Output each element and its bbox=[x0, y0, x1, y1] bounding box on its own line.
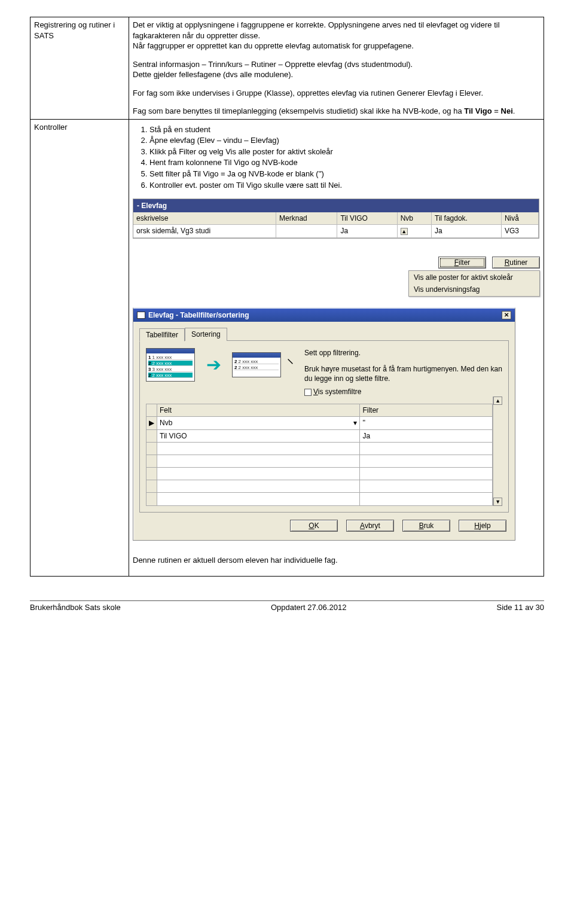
scroll-down-icon[interactable]: ▼ bbox=[493, 498, 502, 506]
filter-button[interactable]: Filter bbox=[438, 257, 486, 269]
help-title: Sett opp filtrering. bbox=[304, 348, 502, 358]
close-icon[interactable]: ✕ bbox=[502, 311, 511, 319]
menu-item-all-posts[interactable]: Vis alle poster for aktivt skoleår bbox=[409, 272, 539, 283]
filter-grid: Felt Filter ▶ Nvb ▾ '' Til VIGO bbox=[146, 404, 493, 506]
grid-rowmark-header bbox=[146, 404, 157, 417]
filter-menu[interactable]: Vis alle poster for aktivt skoleår Vis u… bbox=[408, 270, 540, 297]
footer-center: Oppdatert 27.06.2012 bbox=[271, 603, 347, 612]
row1-p1: Det er viktig at opplysningene i faggrup… bbox=[133, 20, 540, 41]
row1-p5d: Nei bbox=[501, 106, 513, 115]
filter-illustration-right: 22 xxx xxx 22 xxx xxx bbox=[232, 352, 281, 377]
step-2: Åpne elevfag (Elev – vindu – Elevfag) bbox=[149, 135, 540, 146]
col-tilfagdok[interactable]: Til fagdok. bbox=[432, 212, 502, 225]
grid-row-empty-5[interactable] bbox=[146, 493, 493, 505]
screenshot-tabellfilter-dialog: Elevfag - Tabellfilter/sortering ✕ Tabel… bbox=[133, 307, 515, 541]
grid-row-empty-2[interactable] bbox=[146, 455, 493, 467]
col-eskrivelse[interactable]: eskrivelse bbox=[133, 212, 276, 225]
dialog-title: Elevfag - Tabellfilter/sortering bbox=[148, 310, 249, 320]
grid-col-felt[interactable]: Felt bbox=[157, 404, 360, 417]
menu-item-undervisningsfag[interactable]: Vis undervisningsfag bbox=[409, 283, 539, 295]
help-paragraph: Bruk høyre musetast for å få fram hurtig… bbox=[304, 364, 502, 383]
step-5: Sett filter på Til Vigo = Ja og NVB-kode… bbox=[149, 169, 540, 179]
rutiner-button[interactable]: Rutiner bbox=[492, 257, 540, 269]
magnify-icon: ⸜ bbox=[287, 348, 294, 366]
cell-eskrivelse[interactable]: orsk sidemål, Vg3 studi bbox=[133, 225, 276, 237]
col-tilvigo[interactable]: Til VIGO bbox=[337, 212, 397, 225]
row1-p4: For fag som ikke undervises i Gruppe (Kl… bbox=[133, 88, 540, 99]
step-1: Stå på en student bbox=[149, 124, 540, 135]
grid-row-2[interactable]: Til VIGO Ja bbox=[146, 429, 493, 442]
cell-filter-1[interactable]: '' bbox=[360, 417, 493, 429]
arrow-icon: ➔ bbox=[199, 353, 228, 377]
row1-content: Det er viktig at opplysningene i faggrup… bbox=[129, 17, 544, 120]
cell-felt-1[interactable]: Nvb bbox=[160, 419, 172, 427]
cell-merknad[interactable] bbox=[276, 225, 337, 237]
page-footer: Brukerhåndbok Sats skole Oppdatert 27.06… bbox=[30, 600, 544, 612]
grid-row-empty-4[interactable] bbox=[146, 480, 493, 493]
dropdown-arrow-icon[interactable]: ▲ bbox=[401, 228, 408, 235]
row1-p5b: Til Vigo bbox=[464, 106, 491, 115]
col-nvb[interactable]: Nvb bbox=[397, 212, 431, 225]
row1-p5e: . bbox=[513, 106, 515, 115]
step-6: Kontroller evt. poster om Til Vigo skull… bbox=[149, 180, 540, 191]
row1-p5c: = bbox=[492, 106, 501, 115]
col-merknad[interactable]: Merknad bbox=[276, 212, 337, 225]
row2-content: Stå på en student Åpne elevfag (Elev – v… bbox=[129, 119, 544, 576]
tab-tabellfilter[interactable]: Tabellfilter bbox=[139, 328, 185, 341]
elevfag-titlebar: - Elevfag bbox=[133, 199, 539, 212]
cell-nvb[interactable]: ▲ bbox=[397, 225, 431, 237]
tabpanel-filter: 11 xxx xxx 22 xxx xxx 33 xxx xxx 22 xxx … bbox=[139, 340, 509, 512]
screenshot-filter-popup: Filter Rutiner Vis alle poster for aktiv… bbox=[373, 257, 540, 297]
cell-felt-2[interactable]: Til VIGO bbox=[157, 429, 360, 442]
document-table: Registrering og rutiner i SATS Det er vi… bbox=[30, 17, 544, 577]
row1-p5: Fag som bare benyttes til timeplanleggin… bbox=[133, 106, 540, 117]
apply-button[interactable]: Bruk bbox=[402, 520, 450, 532]
filter-illustration-left: 11 xxx xxx 22 xxx xxx 33 xxx xxx 22 xxx … bbox=[146, 348, 195, 382]
cell-niva[interactable]: VG3 bbox=[501, 225, 538, 237]
step-4: Hent fram kolonnene Til Vigo og NVB-kode bbox=[149, 157, 540, 168]
footer-right: Side 11 av 30 bbox=[496, 603, 544, 612]
screenshot-elevfag-grid: - Elevfag eskrivelse Merknad Til VIGO Nv… bbox=[133, 199, 539, 239]
vis-systemfiltre-checkbox[interactable] bbox=[304, 389, 312, 396]
step-3: Klikk på Filter og velg Vis alle poster … bbox=[149, 147, 540, 157]
grid-row-empty-1[interactable] bbox=[146, 442, 493, 455]
help-button[interactable]: Hjelp bbox=[459, 520, 506, 532]
row1-label: Registrering og rutiner i SATS bbox=[30, 17, 129, 120]
grid-scrollbar[interactable]: ▲ ▼ bbox=[493, 397, 502, 506]
grid-col-filter[interactable]: Filter bbox=[360, 404, 493, 417]
col-niva[interactable]: Nivå bbox=[501, 212, 538, 225]
steps-list: Stå på en student Åpne elevfag (Elev – v… bbox=[145, 124, 540, 190]
vis-systemfiltre-label: Vis systemfiltre bbox=[313, 388, 361, 396]
dialog-help-text: Sett opp filtrering. Bruk høyre musetast… bbox=[304, 348, 502, 397]
tab-sortering[interactable]: Sortering bbox=[185, 328, 227, 341]
dialog-tabs: Tabellfilter Sortering bbox=[139, 328, 509, 341]
cell-tilvigo[interactable]: Ja bbox=[337, 225, 397, 237]
window-icon bbox=[137, 312, 145, 319]
row1-p5a: Fag som bare benyttes til timeplanleggin… bbox=[133, 106, 464, 115]
row1-p3a: Sentral informasjon – Trinn/kurs – Rutin… bbox=[133, 59, 540, 70]
cell-filter-2[interactable]: Ja bbox=[360, 429, 493, 442]
row-marker-icon: ▶ bbox=[146, 417, 157, 429]
row1-p2: Når faggrupper er opprettet kan du oppre… bbox=[133, 41, 540, 51]
grid-row-1[interactable]: ▶ Nvb ▾ '' bbox=[146, 417, 493, 429]
cancel-button[interactable]: Avbryt bbox=[346, 520, 394, 532]
row1-p3b: Dette gjelder fellesfagene (dvs alle mod… bbox=[133, 69, 540, 80]
row2-label: Kontroller bbox=[30, 119, 129, 576]
dropdown-icon[interactable]: ▾ bbox=[353, 418, 357, 428]
footer-left: Brukerhåndbok Sats skole bbox=[30, 603, 121, 612]
cell-tilfagdok[interactable]: Ja bbox=[432, 225, 502, 237]
ok-button[interactable]: OK bbox=[290, 520, 338, 532]
row2-note: Denne rutinen er aktuell dersom eleven h… bbox=[133, 555, 540, 566]
table-row[interactable]: orsk sidemål, Vg3 studi Ja ▲ Ja VG3 bbox=[133, 225, 539, 237]
grid-row-empty-3[interactable] bbox=[146, 468, 493, 480]
scroll-up-icon[interactable]: ▲ bbox=[493, 397, 502, 405]
